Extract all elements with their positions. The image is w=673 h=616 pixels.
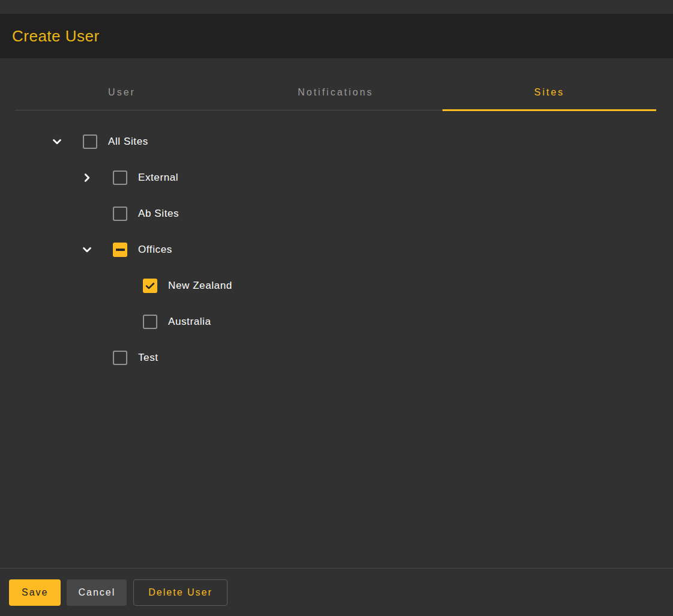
tab-notifications[interactable]: Notifications	[229, 58, 442, 110]
test-checkbox[interactable]	[113, 351, 127, 365]
tab-bar: UserNotificationsSites	[15, 58, 656, 110]
tab-user[interactable]: User	[15, 58, 229, 110]
tree-item-label: Australia	[168, 316, 211, 328]
dialog-header: Create User	[0, 14, 673, 58]
tree-item-ab-sites: Ab Sites	[0, 196, 673, 232]
external-checkbox[interactable]	[113, 171, 127, 185]
page-title: Create User	[12, 27, 100, 46]
tree-item-label: Test	[138, 352, 158, 364]
tree-item-label: Ab Sites	[138, 208, 179, 220]
chevron-down-icon[interactable]	[50, 134, 64, 149]
cancel-button[interactable]: Cancel	[67, 579, 127, 606]
chevron-down-icon[interactable]	[80, 243, 94, 257]
expander-spacer	[80, 207, 94, 221]
tree-item-label: Offices	[138, 244, 172, 256]
tree-item-label: New Zealand	[168, 280, 232, 292]
delete-user-button[interactable]: Delete User	[133, 579, 227, 606]
expander-spacer	[110, 279, 124, 293]
tree-item-offices: Offices	[0, 232, 673, 268]
tree-item-australia: Australia	[0, 304, 673, 340]
chevron-right-icon[interactable]	[80, 171, 94, 185]
dialog-content: UserNotificationsSites All SitesExternal…	[0, 58, 673, 568]
australia-checkbox[interactable]	[143, 315, 157, 329]
tree-item-test: Test	[0, 340, 673, 376]
expander-spacer	[80, 351, 94, 365]
new-zealand-checkbox[interactable]	[143, 279, 157, 293]
sites-tree: All SitesExternalAb SitesOfficesNew Zeal…	[0, 124, 673, 376]
tree-item-all-sites: All Sites	[0, 124, 673, 160]
page-background-strip	[0, 0, 673, 14]
tab-sites[interactable]: Sites	[442, 58, 656, 110]
create-user-dialog: Create User UserNotificationsSites All S…	[0, 0, 673, 616]
ab-sites-checkbox[interactable]	[113, 207, 127, 221]
dialog-footer: Save Cancel Delete User	[0, 568, 673, 616]
tree-item-external: External	[0, 160, 673, 196]
save-button[interactable]: Save	[9, 579, 61, 606]
offices-checkbox[interactable]	[113, 243, 127, 257]
expander-spacer	[110, 315, 124, 329]
all-sites-checkbox[interactable]	[83, 134, 97, 149]
tree-item-label: All Sites	[108, 136, 148, 148]
tree-item-label: External	[138, 172, 178, 184]
tree-item-new-zealand: New Zealand	[0, 268, 673, 304]
